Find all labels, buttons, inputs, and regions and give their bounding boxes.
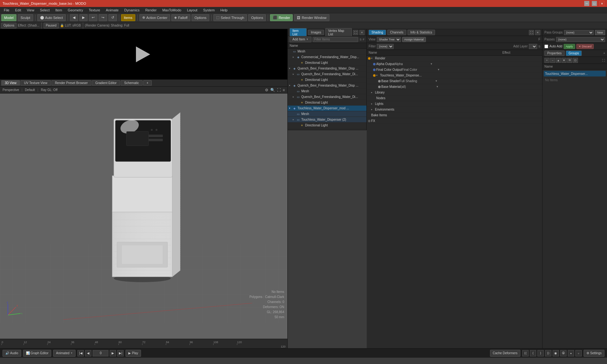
minimize-button[interactable]: ─	[584, 1, 589, 6]
auto-select-btn[interactable]: ⬤ Auto Select	[37, 14, 66, 21]
tab-gradient-editor[interactable]: Gradient Editor	[92, 80, 120, 86]
apply-btn[interactable]: Apply	[564, 44, 575, 49]
assign-material-btn[interactable]: Assign Material	[402, 37, 426, 42]
transport-btn-2[interactable]: ⟨	[530, 350, 536, 356]
tab-render-preset[interactable]: Render Preset Browser	[52, 80, 91, 86]
transport-btn-8[interactable]: ⬦	[575, 350, 582, 356]
tree-item-quench2[interactable]: ▾ ◈ Quench_Bevi_Freestanding_Water_Disp …	[288, 83, 366, 88]
tree-item-mesh1[interactable]: ▭ Mesh	[288, 49, 366, 54]
menu-layout[interactable]: Layout	[184, 8, 200, 13]
tc-skip-end-btn[interactable]: ▶|	[117, 350, 124, 356]
tree-item-touchless-model[interactable]: ▸ ▭ Touchless_Water_Dispenser (2)	[288, 117, 366, 123]
transport-btn-1[interactable]: ⟨⟨	[522, 350, 529, 356]
shader-nodes[interactable]: Nodes	[367, 95, 542, 101]
render-btn[interactable]: ⬛ Render	[270, 14, 293, 21]
tree-item-directional2[interactable]: ☀ Directional Light	[288, 77, 366, 83]
groups-add-btn[interactable]: +	[544, 58, 549, 63]
transport-btn-4[interactable]: ⟩⟩	[545, 350, 551, 356]
tab-info-statistics[interactable]: Info & Statistics	[408, 30, 435, 35]
shader-lights[interactable]: ▸ Lights	[367, 101, 542, 107]
transport-btn-6[interactable]: ⦿	[560, 350, 567, 356]
groups-up-btn[interactable]: ▲	[556, 58, 561, 63]
tree-item-directional4[interactable]: ☀ Directional Light	[288, 123, 366, 128]
groups-paste-btn[interactable]: ⊡	[573, 58, 578, 63]
shading-expand-btn[interactable]: ⛶	[529, 30, 534, 35]
group-item-touchless[interactable]: Touchless_Water_Dispenser...	[544, 71, 606, 76]
shading-close-btn[interactable]: ✕	[535, 30, 540, 35]
shader-final-color[interactable]: Final Color Output Final Color ▼	[367, 67, 542, 73]
menu-dynamics[interactable]: Dynamics	[122, 8, 142, 13]
shader-library[interactable]: ▸ Library	[367, 90, 542, 95]
frame-input[interactable]	[93, 350, 108, 356]
shader-tree[interactable]: ▾ Render Alpha Output Alpha ▼	[367, 56, 542, 348]
groups-remove-btn[interactable]: −	[550, 58, 555, 63]
reset-btn[interactable]: ↺	[108, 14, 117, 21]
add-layer-select[interactable]	[529, 44, 537, 49]
transport-btn-3[interactable]: ⟩	[537, 350, 544, 356]
menu-texture[interactable]: Texture	[86, 8, 103, 13]
tab-groups[interactable]: Groups	[566, 51, 582, 56]
auto-add-checkbox[interactable]	[544, 45, 548, 48]
tab-channels[interactable]: Channels	[387, 30, 406, 35]
falloff-btn[interactable]: ◈ Falloff	[171, 14, 190, 21]
tab-add[interactable]: +	[143, 80, 152, 86]
passes-select[interactable]: (none)	[556, 37, 605, 42]
arrow-right-btn[interactable]: ▶	[79, 14, 88, 21]
tree-item-quench1-mesh[interactable]: ▸ ▭ Quench_Bevi_Freestanding_Water_Di...	[288, 71, 366, 77]
tab-schematic[interactable]: Schematic	[121, 80, 143, 86]
menu-animate[interactable]: Animate	[103, 8, 121, 13]
pass-groups-select[interactable]: (none)	[564, 30, 594, 35]
transport-btn-7[interactable]: ⬧	[568, 350, 574, 356]
options2-btn[interactable]: Options	[248, 14, 266, 21]
props-add-icon[interactable]: +	[603, 52, 605, 55]
close-button[interactable]: ✕	[599, 1, 604, 6]
tree-item-directional1[interactable]: ☀ Directional Light	[288, 60, 366, 66]
undo-btn[interactable]: ↩	[89, 14, 97, 21]
add-item-button[interactable]: Add Item ▼	[290, 37, 311, 42]
shader-environments[interactable]: ▸ Environments	[367, 107, 542, 112]
shader-alpha-output[interactable]: Alpha Output Alpha ▼	[367, 61, 542, 67]
items-btn[interactable]: Items	[121, 14, 135, 21]
audio-btn[interactable]: 🔊 Audio	[3, 350, 21, 357]
options-btn[interactable]: Options	[1, 23, 16, 28]
render-window-btn[interactable]: 🖼 Render Window	[294, 14, 329, 21]
panel-close-btn[interactable]: ✕	[359, 30, 365, 35]
menu-render[interactable]: Render	[143, 8, 159, 13]
filter-select[interactable]: (none)	[377, 44, 394, 49]
view-select[interactable]: Shader Tree	[377, 37, 401, 42]
tab-uv-texture[interactable]: UV Texture View	[21, 80, 51, 86]
paused-btn[interactable]: Paused	[44, 23, 59, 28]
menu-item[interactable]: Item	[53, 8, 64, 13]
shader-touchless-material[interactable]: ▾ Touchless_Water_Dispense...	[367, 73, 542, 78]
shader-fx[interactable]: FX	[367, 118, 542, 124]
model-btn[interactable]: Model	[1, 14, 16, 21]
render-play-button[interactable]	[136, 46, 152, 62]
animated-btn[interactable]: Animated ▼	[53, 350, 76, 357]
shader-base-material[interactable]: Base Material (all) ▼	[367, 84, 542, 90]
groups-down-btn[interactable]: ▼	[561, 58, 567, 63]
play-btn[interactable]: ▶ Play	[126, 350, 141, 357]
menu-select[interactable]: Select	[37, 8, 52, 13]
tab-item-list[interactable]: Item List	[290, 28, 307, 37]
vp-fullscreen-icon[interactable]: ⛶	[277, 88, 281, 92]
settings-btn[interactable]: ⚙ Settings	[584, 350, 604, 357]
groups-copy-btn[interactable]: ⧉	[567, 58, 572, 63]
tree-item-directional3[interactable]: ☀ Directional Light	[288, 100, 366, 106]
tc-prev-btn[interactable]: ◀	[85, 350, 91, 356]
cache-deformers-btn[interactable]: Cache Deformers	[490, 350, 520, 357]
viewport-3d[interactable]: Perspective | Default | Ray GL: Off ⚙ 🔍 …	[0, 87, 287, 339]
options1-btn[interactable]: Options	[192, 14, 209, 21]
menu-file[interactable]: File	[1, 8, 12, 13]
menu-system[interactable]: System	[200, 8, 217, 13]
pass-groups-new-btn[interactable]: New	[595, 30, 605, 35]
redo-btn[interactable]: ↪	[99, 14, 107, 21]
graph-editor-btn[interactable]: 📊 Graph Editor	[23, 350, 52, 357]
item-tree[interactable]: ▭ Mesh ▸ ◈ Commercial_Freestanding_Water…	[288, 49, 366, 130]
menu-edit[interactable]: Edit	[13, 8, 24, 13]
action-center-btn[interactable]: ⊕ Action Center	[139, 14, 170, 21]
filter-items-input[interactable]	[313, 37, 359, 42]
tc-next-btn[interactable]: ▶	[110, 350, 116, 356]
tree-item-touchless-mesh[interactable]: ▭ Mesh	[288, 111, 366, 117]
tree-item-commercial[interactable]: ▸ ◈ Commercial_Freestanding_Water_Disp..…	[288, 54, 366, 60]
tree-item-quench2-mesh2[interactable]: ▸ ▭ Quench_Bevi_Freestanding_Water_Di...	[288, 94, 366, 100]
